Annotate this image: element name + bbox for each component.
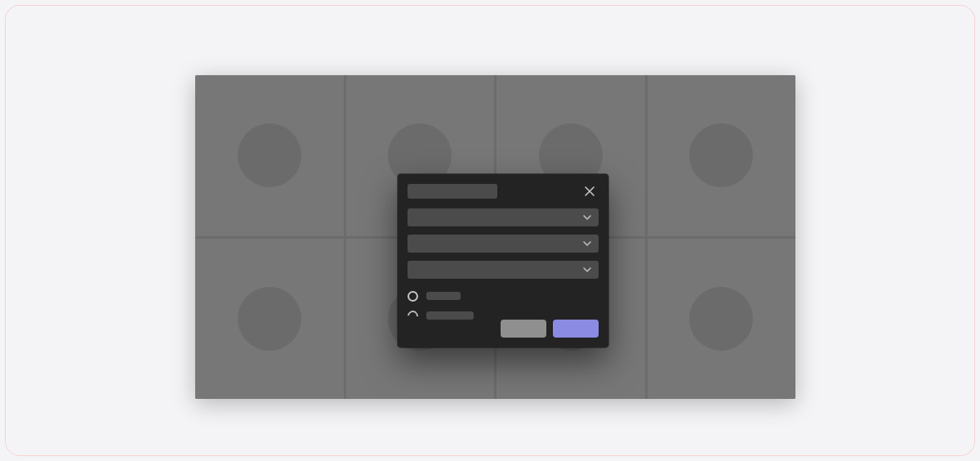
cancel-button[interactable]	[501, 320, 546, 338]
radio-label	[426, 292, 461, 300]
modal-title	[408, 184, 497, 199]
grid-tile[interactable]	[648, 239, 796, 400]
modal-footer	[408, 320, 599, 338]
chevron-down-icon	[582, 265, 592, 275]
select-field-1[interactable]	[408, 208, 599, 226]
modal-header	[408, 182, 599, 200]
grid-tile[interactable]	[195, 75, 344, 236]
radio-group	[408, 289, 599, 323]
app-window	[195, 75, 795, 399]
chevron-down-icon	[582, 213, 592, 222]
confirm-button[interactable]	[553, 320, 599, 338]
radio-unchecked-icon	[408, 291, 418, 302]
select-field-2[interactable]	[408, 235, 599, 253]
grid-tile[interactable]	[648, 75, 796, 236]
close-icon	[584, 186, 595, 197]
settings-modal	[398, 174, 608, 347]
select-field-3[interactable]	[408, 261, 599, 279]
close-button[interactable]	[581, 182, 599, 200]
example-card	[5, 5, 975, 456]
radio-option-1[interactable]	[408, 289, 599, 303]
chevron-down-icon	[582, 239, 592, 248]
radio-label	[426, 311, 474, 320]
grid-tile[interactable]	[195, 239, 344, 400]
